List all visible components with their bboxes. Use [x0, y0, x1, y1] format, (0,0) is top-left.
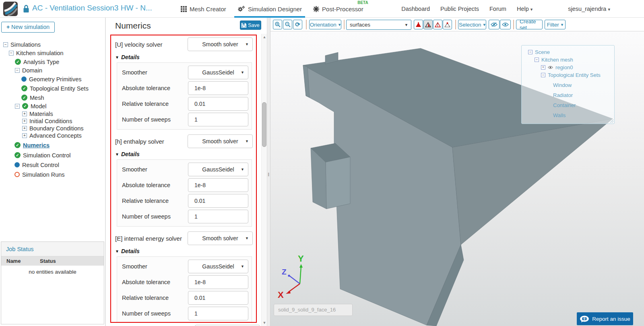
resize-grip-icon[interactable]: ∥ — [268, 172, 270, 176]
zoom-in-button[interactable] — [273, 20, 282, 29]
create-set-button[interactable]: Create set — [516, 20, 543, 29]
number-of-sweeps-input[interactable] — [188, 113, 248, 126]
scroll-up-icon[interactable]: ▲ — [262, 35, 267, 39]
relative-tolerance-input[interactable] — [188, 291, 248, 305]
tree-label: Simulation Control — [23, 152, 70, 159]
save-button[interactable]: Save — [240, 21, 261, 30]
check-circle-icon: ✓ — [21, 95, 27, 101]
scene-item-window[interactable]: Window — [522, 81, 614, 89]
reset-view-button[interactable]: ⟳ — [293, 20, 302, 29]
user-menu[interactable]: sjesu_rajendra ▾ — [568, 6, 610, 12]
number-of-sweeps-input[interactable] — [188, 210, 248, 223]
tree-item-simulation-runs[interactable]: Simulation Runs — [0, 170, 105, 179]
details-toggle[interactable]: ▼ Details — [115, 247, 253, 256]
tab-mesh-creator[interactable]: Mesh Creator — [175, 0, 232, 18]
collapse-icon[interactable]: − — [3, 42, 8, 47]
internal-energy-solver-select[interactable]: Smooth solver ▼ — [188, 231, 253, 245]
render-wireframe-button[interactable] — [433, 20, 442, 29]
hide-selection-button[interactable] — [489, 20, 500, 29]
tree-item-kitchen-simulation[interactable]: − Kitchen simulation — [0, 49, 105, 57]
report-issue-button[interactable]: Report an issue — [577, 312, 633, 325]
smoother-select[interactable]: GaussSeidel ▼ — [188, 260, 248, 273]
scrollbar-thumb[interactable] — [262, 102, 266, 147]
panel-scrollbar[interactable]: ▲ ▼ — [261, 34, 267, 326]
tree-item-model[interactable]: − ✓ Model — [0, 102, 105, 110]
tree-label: Numerics — [23, 142, 50, 149]
check-circle-icon: ✓ — [14, 142, 21, 148]
scene-item-topological-entity-sets[interactable]: − Topological Entity Sets — [522, 71, 614, 79]
resize-corner-icon[interactable] — [609, 119, 613, 123]
solver-section-internal-energy: [E] internal energy solver Smooth solver… — [115, 231, 253, 323]
scroll-down-icon[interactable]: ▼ — [262, 321, 267, 325]
eye-icon — [502, 22, 509, 27]
smoother-select[interactable]: GaussSeidel ▼ — [188, 163, 248, 176]
filter-dropdown[interactable]: Filter ▾ — [545, 20, 566, 29]
absolute-tolerance-input[interactable] — [188, 275, 248, 289]
camera-bubble-icon — [580, 316, 589, 322]
tab-post-processor[interactable]: BETA Post-Processor — [308, 0, 369, 18]
expand-icon[interactable]: + — [22, 111, 27, 116]
expand-icon[interactable]: + — [541, 65, 545, 70]
scene-item-scene[interactable]: − Scene — [522, 48, 614, 56]
relative-tolerance-input[interactable] — [188, 194, 248, 208]
tree-item-boundary-conditions[interactable]: + Boundary Conditions — [0, 125, 105, 132]
tab-simulation-designer[interactable]: Simulation Designer — [232, 0, 308, 18]
help-menu[interactable]: Help ▾ — [517, 6, 533, 12]
tree-item-advanced-concepts[interactable]: + Advanced Concepts — [0, 132, 105, 139]
details-toggle[interactable]: ▼ Details — [115, 53, 253, 62]
collapse-icon[interactable]: − — [15, 68, 20, 73]
collapse-icon[interactable]: − — [9, 51, 14, 56]
link-public-projects[interactable]: Public Projects — [440, 6, 479, 12]
tree-item-mesh[interactable]: ✓ Mesh — [0, 93, 105, 102]
scene-item-radiator[interactable]: Radiator — [522, 91, 614, 99]
new-simulation-button[interactable]: + New simulation — [1, 22, 55, 33]
enthalpy-solver-select[interactable]: Smooth solver ▼ — [188, 134, 253, 148]
collapse-icon[interactable]: − — [535, 58, 539, 62]
number-of-sweeps-input[interactable] — [188, 307, 248, 320]
tree-item-geometry-primitives[interactable]: Geometry Primitives — [0, 75, 105, 83]
tree-item-analysis-type[interactable]: ✓ Analysis Type — [0, 58, 105, 66]
tree-item-result-control[interactable]: Result Control — [0, 161, 105, 169]
expand-icon[interactable]: + — [22, 126, 27, 131]
render-surface-button[interactable] — [414, 20, 423, 29]
simscale-logo[interactable] — [3, 2, 18, 16]
collapse-icon[interactable]: − — [15, 104, 20, 109]
link-forum[interactable]: Forum — [489, 6, 506, 12]
scene-item-kitchen-mesh[interactable]: − Kitchen mesh — [522, 56, 614, 64]
collapse-icon[interactable]: − — [541, 73, 545, 77]
render-surface-edges-button[interactable] — [423, 20, 433, 29]
selection-dropdown[interactable]: Selection ▾ — [458, 20, 486, 29]
velocity-solver-select[interactable]: Smooth solver ▼ — [188, 37, 253, 51]
absolute-tolerance-input[interactable] — [188, 178, 248, 192]
scene-item-container[interactable]: Container — [522, 101, 614, 109]
tree-item-topological-entity-sets[interactable]: ✓ Topological Entity Sets — [0, 84, 105, 93]
surfaces-select[interactable]: surfaces ▼ — [346, 20, 411, 30]
render-points-button[interactable] — [443, 20, 452, 29]
tree-item-domain[interactable]: − Domain — [0, 66, 105, 74]
zoom-out-icon — [285, 22, 291, 27]
zoom-out-button[interactable] — [283, 20, 292, 29]
expand-icon[interactable]: + — [22, 133, 27, 138]
collapse-icon[interactable]: − — [528, 50, 533, 54]
orientation-dropdown[interactable]: Orientation ▾ — [309, 20, 341, 29]
viewport-canvas[interactable]: − Scene − Kitchen mesh + region0 − Topol… — [270, 31, 644, 326]
panel-resize-divider[interactable]: ∥ — [267, 18, 270, 326]
show-selection-button[interactable] — [500, 20, 511, 29]
scene-item-region0[interactable]: + region0 — [522, 64, 614, 71]
tree-item-materials[interactable]: + Materials — [0, 110, 105, 118]
refresh-icon: ⟳ — [295, 21, 300, 28]
eye-icon[interactable] — [548, 66, 553, 69]
tree-item-numerics[interactable]: ✓ Numerics — [0, 141, 105, 149]
blue-dot-icon — [14, 162, 20, 167]
tree-item-simulation-control[interactable]: ✓ Simulation Control — [0, 151, 105, 159]
tree-item-simulations[interactable]: − Simulations — [0, 40, 105, 49]
scene-item-walls[interactable]: Walls — [522, 111, 614, 119]
details-toggle[interactable]: ▼ Details — [115, 150, 253, 159]
link-dashboard[interactable]: Dashboard — [401, 6, 430, 12]
relative-tolerance-input[interactable] — [188, 97, 248, 111]
absolute-tolerance-input[interactable] — [188, 81, 248, 95]
smoother-select[interactable]: GaussSeidel ▼ — [188, 66, 248, 79]
tree-item-initial-conditions[interactable]: + Initial Conditions — [0, 118, 105, 125]
expand-icon[interactable]: + — [22, 119, 27, 124]
outline-triangle-icon — [435, 22, 441, 27]
